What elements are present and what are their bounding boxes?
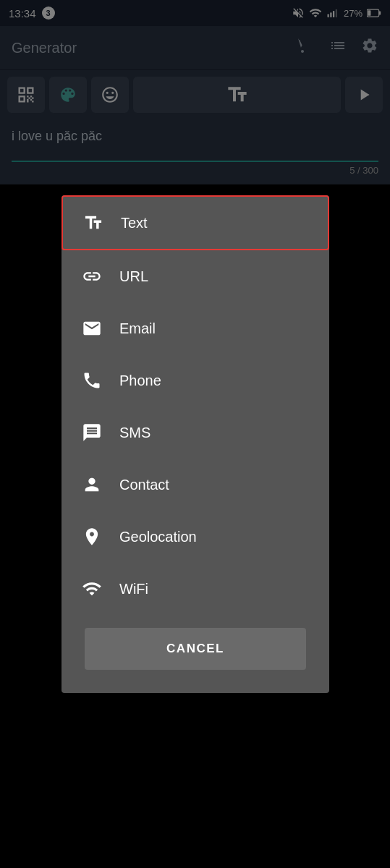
link-icon <box>79 263 105 289</box>
dialog-item-url-label: URL <box>119 268 148 285</box>
dialog-item-email[interactable]: Email <box>62 302 329 354</box>
dialog-item-sms-label: SMS <box>119 425 151 441</box>
text-icon <box>80 210 106 236</box>
dialog-item-geolocation[interactable]: Geolocation <box>62 511 329 563</box>
dialog-item-phone-label: Phone <box>119 373 161 389</box>
dialog-item-wifi-label: WiFi <box>119 581 148 597</box>
email-icon <box>79 315 105 341</box>
phone-icon <box>79 367 105 393</box>
dialog-item-geolocation-label: Geolocation <box>119 529 197 545</box>
type-dialog: Text URL Email Phone <box>62 195 329 693</box>
dialog-item-wifi[interactable]: WiFi <box>62 563 329 615</box>
dialog-item-contact[interactable]: Contact <box>62 459 329 511</box>
cancel-button-wrapper: CANCEL <box>62 615 329 693</box>
geo-icon <box>79 524 105 550</box>
dialog-item-sms[interactable]: SMS <box>62 407 329 459</box>
dialog-item-url[interactable]: URL <box>62 250 329 302</box>
cancel-button[interactable]: CANCEL <box>85 628 306 670</box>
dialog-item-phone[interactable]: Phone <box>62 354 329 407</box>
dialog-item-text-label: Text <box>121 215 148 231</box>
dialog-item-contact-label: Contact <box>119 477 169 493</box>
sms-icon <box>79 420 105 446</box>
wifi-icon <box>79 576 105 602</box>
dialog-item-email-label: Email <box>119 320 156 337</box>
dialog-item-text[interactable]: Text <box>62 195 329 250</box>
contact-icon <box>79 472 105 498</box>
